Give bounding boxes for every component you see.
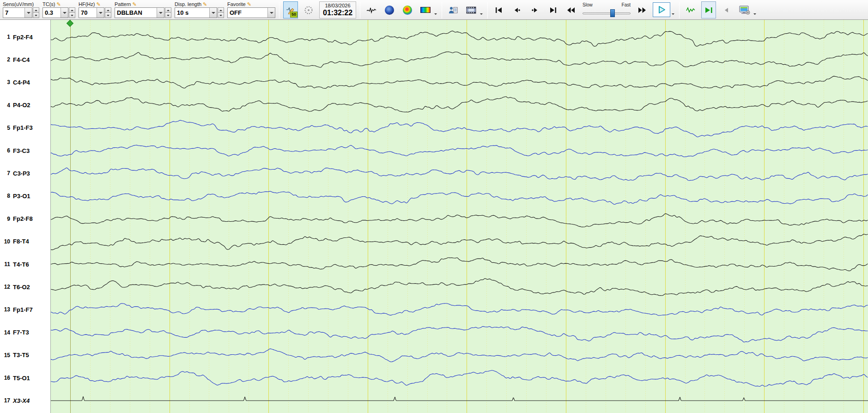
sensitivity-combobox[interactable]: 7 xyxy=(3,7,32,18)
channel-label: C4-P4 xyxy=(13,79,30,86)
record-date: 18/03/2026 xyxy=(325,3,350,9)
green-play-icon xyxy=(704,6,713,14)
channel-row[interactable]: 11T4-T6 xyxy=(0,260,50,269)
channel-row[interactable]: 7C3-P3 xyxy=(0,169,50,178)
channel-number: 13 xyxy=(0,306,10,313)
edit-pencil-icon[interactable]: ✎ xyxy=(96,2,100,7)
channel-row[interactable]: 12T6-O2 xyxy=(0,282,50,292)
colormap-menu-arrow[interactable] xyxy=(433,1,438,18)
green-play-trace-button[interactable] xyxy=(701,1,716,18)
channel-row[interactable]: 6F3-C3 xyxy=(0,146,50,155)
green-trace-button[interactable] xyxy=(683,1,698,18)
spin-down-button[interactable] xyxy=(218,13,224,18)
dropdown-arrow-icon[interactable] xyxy=(61,8,68,18)
skip-to-start-button[interactable] xyxy=(492,1,506,18)
edit-pencil-icon[interactable]: ✎ xyxy=(57,2,61,7)
edit-pencil-icon[interactable]: ✎ xyxy=(132,2,136,7)
eeg-display-area: 1Fp2-F42F4-C43C4-P44P4-O25Fp1-F36F3-C37C… xyxy=(0,20,868,413)
spin-down-button[interactable] xyxy=(105,13,111,18)
rewind-button[interactable] xyxy=(564,1,578,18)
eeg-trace-display[interactable] xyxy=(51,20,868,413)
pattern-combobox[interactable]: DBLBAN xyxy=(115,7,164,18)
step-back-icon xyxy=(513,7,521,13)
channel-row[interactable]: 10F8-T4 xyxy=(0,237,50,246)
step-back-button[interactable] xyxy=(510,1,524,18)
channel-row[interactable]: 2F4-C4 xyxy=(0,55,50,64)
play-button[interactable] xyxy=(653,2,670,17)
trace-view-button[interactable] xyxy=(364,1,379,18)
fast-forward-button[interactable] xyxy=(635,1,649,18)
channel-row[interactable]: 3C4-P4 xyxy=(0,78,50,87)
favorite-value: OFF xyxy=(228,9,267,16)
spin-down-button[interactable] xyxy=(69,13,75,18)
high-frequency-label: HF(Hz) xyxy=(79,1,95,7)
high-frequency-filter-control: HF(Hz) ✎ 70 xyxy=(79,1,111,18)
electrode-map-icon xyxy=(304,6,313,15)
channel-row[interactable]: 17X3-X4 xyxy=(0,396,50,405)
datetime-panel: 18/03/2026 01:32:22 xyxy=(319,1,356,18)
step-forward-button[interactable] xyxy=(528,1,542,18)
channel-label: P3-O1 xyxy=(13,193,30,200)
spectrum-map-button[interactable] xyxy=(400,1,415,18)
channel-row[interactable]: 9Fp2-F8 xyxy=(0,214,50,224)
spin-up-button[interactable] xyxy=(218,7,224,13)
video-button[interactable] xyxy=(464,1,479,18)
channel-row[interactable]: 5Fp1-F3 xyxy=(0,123,50,133)
dropdown-arrow-icon[interactable] xyxy=(24,8,32,18)
skip-to-end-button[interactable] xyxy=(546,1,560,18)
time-constant-control: TC(s) ✎ 0.3 xyxy=(42,1,75,18)
spin-up-button[interactable] xyxy=(105,7,111,13)
spectrum-sphere-icon xyxy=(403,6,412,15)
video-filmstrip-icon xyxy=(466,6,476,14)
edit-pencil-icon[interactable]: ✎ xyxy=(203,2,207,7)
notch-filter-button[interactable]: 50 xyxy=(283,1,298,18)
favorite-combobox[interactable]: OFF xyxy=(227,7,275,18)
channel-row[interactable]: 13Fp1-F7 xyxy=(0,305,50,314)
video-menu-arrow[interactable] xyxy=(479,1,484,18)
display-length-control: Disp. length ✎ 10 s xyxy=(175,1,224,18)
spin-down-button[interactable] xyxy=(33,13,39,18)
display-length-combobox[interactable]: 10 s xyxy=(175,7,217,18)
channel-row[interactable]: 1Fp2-F4 xyxy=(0,32,50,42)
channel-label-column: 1Fp2-F42F4-C43C4-P44P4-O25Fp1-F36F3-C37C… xyxy=(0,20,51,413)
channel-number: 15 xyxy=(0,352,10,358)
speed-slider-track[interactable] xyxy=(583,12,631,14)
head-map-button[interactable] xyxy=(382,1,397,18)
colormap-icon xyxy=(420,7,431,13)
high-frequency-value: 70 xyxy=(79,9,97,16)
edit-pencil-icon[interactable]: ✎ xyxy=(247,2,251,7)
spin-up-button[interactable] xyxy=(33,7,39,13)
channel-number: 1 xyxy=(0,34,10,40)
channel-row[interactable]: 16T5-O1 xyxy=(0,373,50,383)
sensitivity-spinner xyxy=(33,7,39,18)
spin-up-button[interactable] xyxy=(69,7,75,13)
spin-down-button[interactable] xyxy=(165,13,171,18)
fast-label: Fast xyxy=(622,2,631,8)
dropdown-arrow-icon[interactable] xyxy=(209,8,217,18)
dropdown-arrow-icon[interactable] xyxy=(157,8,164,18)
back-page-button[interactable] xyxy=(719,1,734,18)
time-constant-label: TC(s) xyxy=(42,1,55,7)
electrode-map-button[interactable] xyxy=(301,1,316,18)
channel-row[interactable]: 14F7-T3 xyxy=(0,328,50,337)
channel-number: 14 xyxy=(0,329,10,336)
colormap-button[interactable] xyxy=(418,1,433,18)
play-icon xyxy=(657,5,666,14)
dropdown-arrow-icon[interactable] xyxy=(97,8,104,18)
play-menu-arrow[interactable] xyxy=(671,1,675,18)
high-frequency-combobox[interactable]: 70 xyxy=(79,7,104,18)
time-constant-combobox[interactable]: 0.3 xyxy=(42,7,68,18)
channel-number: 7 xyxy=(0,170,10,176)
channel-row[interactable]: 4P4-O2 xyxy=(0,101,50,110)
dropdown-arrow-icon[interactable] xyxy=(267,8,275,18)
display-settings-button[interactable] xyxy=(737,1,752,18)
pattern-value: DBLBAN xyxy=(115,9,157,16)
spin-up-button[interactable] xyxy=(165,7,171,13)
patient-info-button[interactable] xyxy=(446,1,461,18)
speed-slider-thumb[interactable] xyxy=(610,9,615,17)
channel-row[interactable]: 15T3-T5 xyxy=(0,351,50,360)
settings-menu-arrow[interactable] xyxy=(753,1,757,18)
channel-label: F3-C3 xyxy=(13,147,30,154)
channel-row[interactable]: 8P3-O1 xyxy=(0,191,50,200)
channel-number: 8 xyxy=(0,193,10,199)
